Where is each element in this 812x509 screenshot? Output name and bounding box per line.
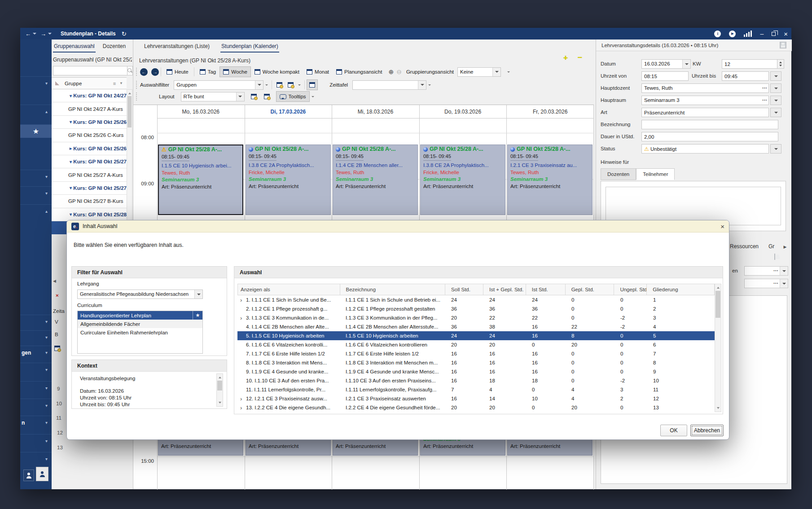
nav-back-icon[interactable]: ← [25, 31, 31, 37]
planungsansicht-button[interactable]: Planungsansicht [333, 66, 386, 77]
zeittafel-combobox[interactable] [352, 80, 426, 90]
column-header[interactable]: Bezeichnung [340, 284, 446, 295]
table-row[interactable]: 6. I.1.6 CE 6 Vitalzeichen kontrolli... … [237, 340, 715, 349]
collapse-left-icon[interactable]: ◀ [53, 279, 56, 283]
next-week-button[interactable]: → [151, 68, 159, 76]
more-button[interactable]: … [772, 267, 780, 275]
hauptraum-combobox[interactable]: Seminarraum 3… [641, 96, 769, 105]
group-search-input[interactable] [53, 66, 127, 75]
expand-icon[interactable]: › [240, 395, 246, 402]
edit-layout-icon[interactable] [264, 94, 270, 99]
close-filter-icon[interactable]: × [56, 293, 59, 298]
sidebar-item[interactable]: ▾ [20, 434, 52, 448]
table-row[interactable]: 11. I.1.11 Lernerfolgskontrolle, Pr... I… [237, 385, 715, 394]
column-header[interactable]: Gepl. Std. [566, 284, 614, 295]
scrollbar-thumb[interactable] [715, 291, 720, 318]
dialog-close-icon[interactable]: × [720, 223, 724, 230]
tab-overflow-icon[interactable]: ▶ [783, 245, 786, 249]
chevron-down-icon[interactable] [296, 80, 303, 89]
hauptraum-dropdown[interactable] [770, 96, 781, 105]
tab-gruppenauswahl[interactable]: Gruppenauswahl [53, 41, 96, 53]
scrollbar-thumb[interactable] [127, 96, 132, 127]
chevron-down-icon[interactable] [780, 267, 788, 275]
woche-kompakt-button[interactable]: Woche kompakt [251, 66, 303, 77]
uhrzeit-bis-dropdown[interactable] [770, 71, 781, 81]
sidebar-item[interactable]: ▾ [20, 186, 52, 200]
tree-row[interactable]: GP NI Okt 25/27 B-Kurs [52, 195, 127, 208]
tree-scrollbar[interactable] [127, 89, 132, 221]
calendar-event[interactable]: ⚠GP NI Okt 25/28 A-... 08:15- 09:45 I.3.… [420, 145, 505, 215]
tree-row[interactable]: GP NI Okt 25/26 C-Kurs [52, 129, 127, 142]
calendar-icon[interactable] [54, 346, 60, 351]
sidebar-item[interactable]: ▾ [20, 399, 52, 412]
calendar-star-button[interactable] [307, 79, 318, 90]
column-header[interactable]: Ungepl. Std. [614, 284, 647, 295]
nav-forward-icon[interactable]: → [40, 31, 46, 37]
calendar-event[interactable]: ⚠GP NI Okt 25/28 A-... 08:15- 09:45 I.3.… [246, 145, 331, 215]
chevron-down-icon[interactable] [48, 33, 52, 36]
expand-icon[interactable]: › [240, 315, 246, 321]
tree-row[interactable]: ▾ Kurs: GP NI Okt 24/27 [52, 89, 127, 102]
table-row[interactable]: ›1. I.1.1 CE 1 Sich in Schule und Be... … [237, 295, 715, 304]
table-row[interactable]: 7. I.1.7 CE 6 Erste Hilfe leisten 1/2 I.… [237, 349, 715, 358]
tree-row[interactable]: ▾ Kurs: GP NI Okt 25/28 [52, 208, 127, 221]
day-header[interactable]: Fr, 20.03.2026 [506, 105, 594, 118]
table-row[interactable]: ›12. I.2.1 CE 3 Praxiseinsatz ausw... I.… [237, 394, 715, 403]
edit-layout-icon[interactable] [251, 94, 257, 99]
expand-icon[interactable]: ▾ [70, 159, 73, 164]
expand-icon[interactable]: › [240, 297, 246, 303]
more-button[interactable]: … [761, 84, 769, 92]
scroll-up-icon[interactable] [217, 374, 223, 380]
calendar-event[interactable]: ⚠GP NI Okt 25/28 A-... 08:15- 09:45 I.1.… [158, 145, 243, 215]
sidebar-item[interactable]: ▾ [20, 452, 52, 465]
user-button[interactable] [23, 470, 34, 481]
ok-button[interactable]: OK [660, 425, 687, 436]
table-row[interactable]: 5. I.1.5 CE 10 Hygienisch arbeiten I.1.5… [237, 331, 715, 340]
more-button[interactable]: … [772, 279, 780, 288]
table-row[interactable]: 9. I.1.9 CE 4 Gesunde und kranke... I.1.… [237, 367, 715, 376]
expand-icon[interactable]: ▾ [70, 212, 73, 217]
chevron-down-icon[interactable] [418, 81, 426, 89]
expand-icon[interactable]: ▾ [70, 119, 73, 124]
kontext-scrollbar[interactable] [216, 373, 223, 407]
restore-button[interactable] [772, 32, 776, 36]
remove-button[interactable]: − [578, 55, 582, 61]
sidebar-item[interactable]: ▾ [20, 170, 52, 183]
curriculum-item[interactable]: Handlungsorientierter Lehrplan ★ [78, 311, 202, 320]
table-row[interactable]: 10. I.1.10 CE 3 Auf den ersten Pra... I.… [237, 376, 715, 385]
users-button[interactable] [36, 467, 48, 481]
table-scrollbar[interactable] [715, 284, 721, 412]
more-button[interactable]: … [761, 96, 769, 105]
chevron-down-icon[interactable] [194, 290, 202, 298]
woche-button[interactable]: Woche [219, 66, 251, 77]
gruppierung-combobox[interactable]: Keine [457, 67, 501, 77]
info-icon[interactable]: i [714, 31, 721, 37]
lehrgang-combobox[interactable]: Generalisitische Pflegeausbildung Nieder… [77, 290, 203, 299]
column-header[interactable]: Gliederung [647, 284, 714, 295]
tree-row[interactable]: ▾ Kurs: GP NI Okt 25/26 [52, 116, 127, 129]
tab-dozenten[interactable]: Dozenten [102, 41, 127, 53]
status-combobox[interactable]: ⚠ Unbestätigt [641, 144, 769, 154]
calendar-event[interactable]: ⚠GP NI Okt 25/28 A-... 08:15- 09:45 I.2.… [507, 145, 593, 215]
chevron-down-icon[interactable] [492, 68, 500, 76]
scroll-up-icon[interactable] [127, 90, 132, 96]
sidebar-item[interactable]: ▾ [20, 363, 52, 376]
tab-lehrveranstaltungen-liste[interactable]: Lehrveranstaltungen (Liste) [143, 41, 211, 53]
sort-icon[interactable]: ≡ [113, 81, 116, 86]
scroll-up-icon[interactable] [715, 284, 721, 290]
sidebar-item[interactable]: ▴ [20, 105, 52, 118]
datum-combobox[interactable]: 16.03.2026 [641, 59, 691, 69]
uhrzeit-bis-input[interactable] [722, 71, 769, 81]
chevron-down-icon[interactable] [33, 33, 36, 36]
sidebar-item[interactable]: ▾ [20, 315, 52, 328]
chevron-down-icon[interactable] [236, 92, 244, 101]
tree-row[interactable]: ▾ Kurs: GP NI Okt 25/27 [52, 155, 127, 168]
column-header[interactable]: Ist Std. [526, 284, 566, 295]
expand-icon[interactable]: ▾ [70, 93, 73, 98]
assign-group-icon[interactable] [277, 82, 282, 88]
edit-calendar-icon[interactable] [288, 82, 294, 88]
chevron-down-icon[interactable] [263, 80, 270, 89]
chevron-down-icon[interactable] [780, 279, 788, 288]
toolbar-drag-handle[interactable] [136, 92, 137, 101]
table-row[interactable]: 2. I.1.2 CE 1 Pflege prozesshaft g... I.… [237, 304, 715, 313]
